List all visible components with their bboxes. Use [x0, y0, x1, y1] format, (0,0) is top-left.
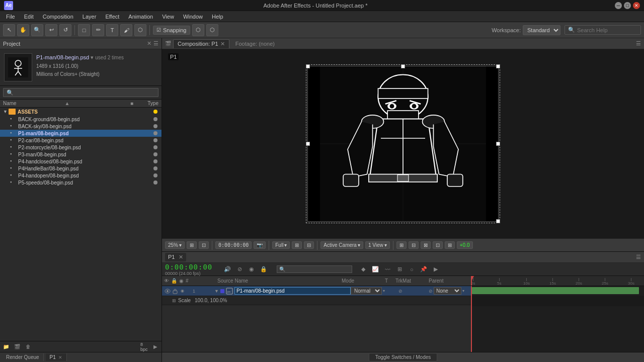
- file-item-2[interactable]: ▪ P1-man/08-begin.psd: [0, 130, 162, 137]
- composition-tab[interactable]: Composition: P1 ✕: [173, 39, 229, 48]
- file-item-0[interactable]: ▪ BACK-ground/08-begin.psd: [0, 116, 162, 123]
- viewer-grid-button[interactable]: ⊞: [292, 241, 302, 249]
- tool-text[interactable]: T: [106, 24, 118, 36]
- menu-layer[interactable]: Layer: [78, 13, 101, 21]
- active-camera-control[interactable]: Active Camera ▾: [320, 241, 363, 249]
- comp-tab-close[interactable]: ✕: [220, 41, 225, 47]
- tl-btn-motion[interactable]: 〰: [382, 264, 392, 275]
- layer-visibility-1[interactable]: [164, 288, 171, 295]
- tool-hand[interactable]: ✋: [17, 24, 29, 36]
- layer-parent-select-1[interactable]: None: [434, 287, 461, 295]
- fit-button[interactable]: ⊞: [187, 241, 197, 249]
- menu-composition[interactable]: Composition: [39, 13, 77, 21]
- scale-value[interactable]: 100.0, 100.0%: [195, 298, 227, 303]
- tool-brush[interactable]: 🖌: [120, 24, 132, 36]
- layer-solo-1[interactable]: ◉: [179, 288, 185, 294]
- track-row-1[interactable]: [471, 286, 644, 296]
- tool-undo[interactable]: ↺: [59, 24, 71, 36]
- 3d-extra2[interactable]: ⊠: [421, 241, 431, 249]
- menu-window[interactable]: Window: [179, 13, 207, 21]
- workspace-select[interactable]: Standard: [523, 25, 560, 35]
- current-time-display[interactable]: 0:00:00:00: [165, 263, 212, 271]
- new-folder-button[interactable]: 📁: [2, 343, 10, 351]
- tool-select[interactable]: ↖: [3, 24, 15, 36]
- timeline-search-input[interactable]: [277, 265, 352, 273]
- tool-rect[interactable]: □: [78, 24, 90, 36]
- panel-menu-icon[interactable]: ☰: [636, 40, 641, 47]
- timeline-tab-close[interactable]: ✕: [179, 254, 183, 260]
- p1-tab[interactable]: P1 ✕: [46, 353, 67, 361]
- menu-effect[interactable]: Effect: [101, 13, 123, 21]
- handle-top-center[interactable]: [401, 64, 405, 68]
- project-list[interactable]: ▼ ASSETS ▪ BACK-ground/08-begin.psd ▪ BA…: [0, 108, 162, 341]
- minimize-button[interactable]: ─: [615, 2, 622, 9]
- 3d-view-buttons[interactable]: ⊞: [396, 241, 407, 249]
- timeline-menu-icon[interactable]: ☰: [636, 254, 641, 260]
- 3d-extra4[interactable]: ⊞: [445, 241, 455, 249]
- menu-animation[interactable]: Animation: [124, 13, 157, 21]
- tl-btn-keyframe[interactable]: ◆: [358, 264, 368, 275]
- p1-tab-close[interactable]: ✕: [58, 355, 62, 360]
- 3d-extra1[interactable]: ⊟: [409, 241, 419, 249]
- project-tab[interactable]: Project: [3, 41, 20, 47]
- viewer-extra2[interactable]: ⊟: [304, 241, 314, 249]
- file-item-5[interactable]: ▪ P3-man/08-begin.psd: [0, 151, 162, 158]
- layer-expand-1[interactable]: ▼: [214, 289, 219, 294]
- file-item-3[interactable]: ▪ P2-car/08-begin.psd: [0, 137, 162, 144]
- zoom-control[interactable]: 25% ▾: [165, 241, 185, 249]
- timecode-display[interactable]: 0:00:00:00: [215, 241, 252, 249]
- tool-zoom[interactable]: 🔍: [31, 24, 43, 36]
- tl-btn-frame[interactable]: ○: [407, 264, 417, 275]
- project-menu-icon[interactable]: ☰: [153, 40, 158, 47]
- new-comp-button[interactable]: 🎬: [13, 343, 21, 351]
- project-search-input[interactable]: [3, 88, 158, 97]
- file-item-1[interactable]: ▪ BACK-sky/08-begin.psd: [0, 123, 162, 130]
- col-sort-icon[interactable]: ▲: [65, 101, 70, 106]
- handle-bottom-right[interactable]: [496, 219, 500, 223]
- tool-extra1[interactable]: ⬡: [192, 24, 204, 36]
- bpc-indicator[interactable]: 8 bpc: [140, 343, 148, 351]
- 3d-extra3[interactable]: ⊡: [433, 241, 443, 249]
- quality-control[interactable]: Full ▾: [272, 241, 290, 249]
- snap-toggle[interactable]: ☑ Snapping: [153, 26, 190, 35]
- tl-btn-layer-snap[interactable]: ⊞: [394, 264, 405, 275]
- close-button[interactable]: ✕: [633, 2, 640, 9]
- handle-middle-right[interactable]: [496, 142, 500, 146]
- project-close-icon[interactable]: ✕: [147, 40, 151, 47]
- menu-file[interactable]: File: [2, 13, 19, 21]
- composition-canvas[interactable]: [307, 66, 499, 222]
- handle-middle-left[interactable]: [306, 142, 310, 146]
- layer-mode-select-1[interactable]: Normal Dissolve Add Multiply Screen Over…: [351, 287, 382, 295]
- ruler-playhead[interactable]: [471, 276, 472, 286]
- file-item-6[interactable]: ▪ P4-handclosed/08-begin.psd: [0, 158, 162, 165]
- timeline-tracks[interactable]: [471, 286, 644, 352]
- layer-row-1[interactable]: ◉ 1 ▼ ps: [162, 286, 471, 296]
- file-item-7[interactable]: ▪ P4HandleBar/08-begin.psd: [0, 165, 162, 172]
- tl-icon-solo[interactable]: ◉: [247, 264, 257, 275]
- timeline-ruler[interactable]: 0s 5s 10s 15s 20s 25s 30s 35s 40s 45s 50…: [471, 276, 644, 286]
- tl-icon-lock[interactable]: 🔒: [259, 264, 269, 275]
- file-item-4[interactable]: ▪ P2-motorcycle/08-begin.psd: [0, 144, 162, 151]
- camera-button[interactable]: 📷: [254, 241, 266, 249]
- render-queue-icon[interactable]: ▶: [151, 343, 159, 351]
- render-queue-tab[interactable]: Render Queue: [2, 353, 44, 361]
- menu-view[interactable]: View: [158, 13, 178, 21]
- tool-stamp[interactable]: ⬡: [134, 24, 146, 36]
- tool-pen[interactable]: ✏: [92, 24, 104, 36]
- composition-viewer[interactable]: P1 www.rr-sc.com: [162, 49, 644, 238]
- layer-name-input-1[interactable]: [234, 287, 351, 295]
- timeline-playhead[interactable]: [471, 286, 472, 352]
- file-item-8[interactable]: ▪ P4-handopen/08-begin.psd: [0, 172, 162, 179]
- tl-btn-pin[interactable]: 📌: [419, 264, 429, 275]
- menu-help[interactable]: Help: [208, 13, 227, 21]
- assets-folder[interactable]: ▼ ASSETS: [0, 108, 162, 116]
- tl-btn-render[interactable]: ▶: [431, 264, 441, 275]
- file-item-9[interactable]: ▪ P5-speedo/08-begin.psd: [0, 179, 162, 186]
- views-control[interactable]: 1 View ▾: [365, 241, 390, 249]
- handle-top-right[interactable]: [496, 64, 500, 68]
- maximize-button[interactable]: □: [624, 2, 631, 9]
- tl-btn-graph[interactable]: 📈: [370, 264, 380, 275]
- trash-button[interactable]: 🗑: [24, 343, 32, 351]
- tl-icon-mute[interactable]: ⊘: [234, 264, 245, 275]
- footage-tab[interactable]: Footage: (none): [231, 40, 279, 48]
